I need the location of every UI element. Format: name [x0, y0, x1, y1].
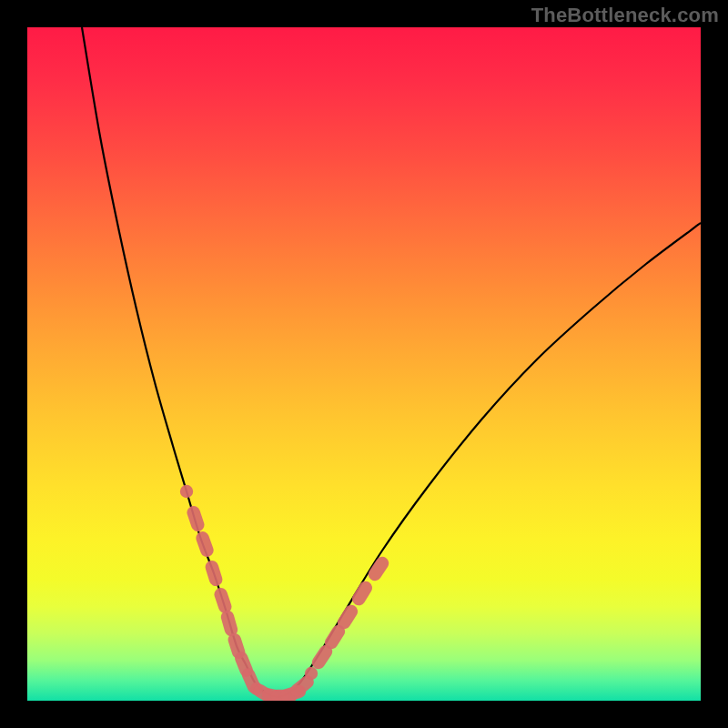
highlight-dots-left: [187, 491, 254, 687]
highlight-dots-bottom: [257, 682, 308, 698]
bottleneck-curve: [82, 27, 701, 697]
svg-line-14: [297, 682, 307, 691]
svg-line-18: [344, 612, 351, 622]
svg-line-2: [203, 538, 207, 551]
svg-line-17: [331, 632, 339, 642]
plot-area: [27, 27, 701, 701]
svg-line-20: [375, 563, 382, 574]
svg-line-5: [228, 617, 231, 630]
svg-line-6: [235, 640, 238, 652]
svg-line-1: [194, 512, 198, 525]
svg-line-16: [318, 652, 326, 662]
svg-line-3: [212, 567, 216, 580]
highlight-dots-right: [311, 563, 382, 673]
svg-line-4: [221, 594, 226, 607]
svg-line-19: [359, 588, 366, 599]
svg-line-7: [241, 658, 246, 670]
chart-frame: TheBottleneck.com: [0, 0, 728, 728]
chart-svg: [27, 27, 701, 701]
attribution-label: TheBottleneck.com: [531, 4, 719, 27]
